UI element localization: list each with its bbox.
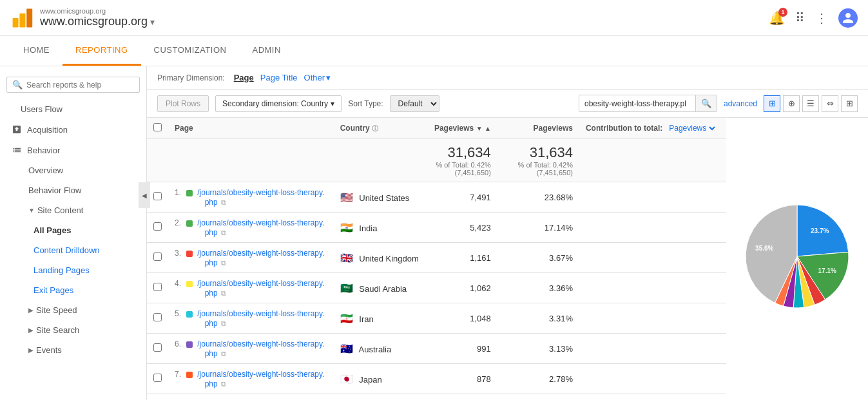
country-name: Australia — [359, 345, 392, 354]
table-row: 3. /journals/obesity-weight-loss-therapy… — [147, 243, 726, 273]
page-link[interactable]: /journals/obesity-weight-loss-therapy. p… — [175, 218, 324, 237]
advanced-link[interactable]: advanced — [724, 99, 757, 108]
page-ext-icon[interactable]: ⧉ — [221, 380, 226, 388]
table-header-row: Page Country ⓘ Pageviews ▼ ▲ — [147, 118, 726, 139]
summary-total2: 31,634 — [517, 144, 573, 161]
row-page-cell: 2. /journals/obesity-weight-loss-therapy… — [168, 213, 334, 243]
plot-rows-button[interactable]: Plot Rows — [157, 95, 209, 112]
dim-page[interactable]: Page — [234, 73, 254, 82]
summary-sub2: % of Total: 0.42%(7,451,650) — [517, 161, 573, 176]
search-filter-input[interactable] — [579, 96, 695, 111]
acquisition-label: Acquisition — [27, 125, 68, 135]
tab-admin[interactable]: ADMIN — [239, 36, 293, 66]
page-ext-icon[interactable]: ⧉ — [221, 198, 226, 206]
row-color-dot — [186, 251, 193, 257]
row-pct: 3.13% — [510, 334, 579, 364]
sidebar-section-acquisition[interactable]: Acquisition — [0, 119, 146, 140]
sidebar-section-behavior[interactable]: Behavior — [0, 140, 146, 160]
page-link[interactable]: /journals/obesity-weight-loss-therapy. p… — [175, 370, 324, 388]
summary-row: 31,634 % of Total: 0.42%(7,451,650) 31,6… — [147, 139, 726, 182]
sidebar-item-users-flow[interactable]: Users Flow — [0, 99, 146, 119]
sidebar-item-content-drilldown[interactable]: Content Drilldown — [0, 240, 146, 260]
page-ext-icon[interactable]: ⧉ — [221, 289, 226, 297]
summary-page-cell — [168, 139, 334, 182]
view-compare-button[interactable]: ⇔ — [822, 95, 838, 112]
view-list-button[interactable]: ☰ — [802, 95, 819, 112]
row-checkbox[interactable] — [153, 252, 162, 261]
row-color-dot — [186, 341, 193, 348]
tab-reporting[interactable]: REPORTING — [63, 36, 141, 66]
view-pivot-button[interactable]: ⊞ — [841, 95, 858, 112]
page-link[interactable]: /journals/obesity-weight-loss-therapy. p… — [175, 249, 324, 267]
view-add-button[interactable]: ⊕ — [783, 95, 800, 112]
sidebar-collapse-button[interactable]: ◀ — [139, 182, 150, 208]
sidebar-item-landing-pages[interactable]: Landing Pages — [0, 260, 146, 280]
search-input[interactable] — [26, 81, 134, 90]
row-pageviews: 1,062 — [427, 273, 497, 303]
svg-rect-0 — [13, 18, 19, 27]
row-checkbox[interactable] — [153, 374, 162, 382]
page-ext-icon[interactable]: ⧉ — [221, 259, 226, 267]
header-pageviews2: Pageviews — [510, 118, 579, 139]
sidebar-item-events[interactable]: ▶ Events — [0, 340, 146, 360]
country-name: United States — [359, 193, 409, 203]
sidebar-item-all-pages[interactable]: All Pages — [0, 220, 146, 240]
secondary-dimension-button[interactable]: Secondary dimension: Country ▾ — [215, 95, 342, 112]
sort-up-icon: ▲ — [485, 125, 491, 132]
notification-button[interactable]: 🔔 1 — [769, 10, 785, 26]
row-checkbox-cell — [147, 334, 168, 364]
page-link[interactable]: /journals/obesity-weight-loss-therapy. p… — [175, 339, 324, 358]
row-page-cell: 4. /journals/obesity-weight-loss-therapy… — [168, 273, 334, 303]
select-all-checkbox[interactable] — [153, 123, 162, 131]
more-dots-icon[interactable]: ⋮ — [815, 10, 828, 26]
row-checkbox[interactable] — [153, 313, 162, 321]
page-link[interactable]: /journals/obesity-weight-loss-therapy. p… — [175, 309, 324, 328]
sidebar-item-exit-pages[interactable]: Exit Pages — [0, 280, 146, 300]
svg-rect-2 — [26, 8, 32, 27]
summary-checkbox-cell — [147, 139, 168, 182]
sidebar-item-site-search[interactable]: ▶ Site Search — [0, 320, 146, 340]
behavior-icon — [10, 144, 23, 157]
row-checkbox[interactable] — [153, 222, 162, 231]
dim-page-title[interactable]: Page Title — [260, 73, 298, 82]
table-row: 2. /journals/obesity-weight-loss-therapy… — [147, 213, 726, 243]
tab-customization[interactable]: CUSTOMIZATION — [141, 36, 240, 66]
sort-type-select[interactable]: Default — [390, 95, 439, 112]
search-filter-button[interactable]: 🔍 — [695, 95, 717, 111]
row-pageviews: 7,491 — [427, 182, 497, 213]
table-row: 4. /journals/obesity-weight-loss-therapy… — [147, 273, 726, 303]
search-box[interactable]: 🔍 — [6, 77, 140, 93]
row-number: 2. — [175, 218, 181, 227]
sidebar-item-site-content[interactable]: ▼ Site Content — [0, 200, 146, 220]
sidebar-item-overview[interactable]: Overview — [0, 160, 146, 180]
row-checkbox[interactable] — [153, 283, 162, 291]
header-pageviews-sort[interactable]: Pageviews ▼ ▲ — [427, 118, 497, 139]
page-link[interactable]: /journals/obesity-weight-loss-therapy. p… — [175, 188, 324, 207]
country-name: United Kingdom — [359, 254, 419, 263]
summary-sub: % of Total: 0.42%(7,451,650) — [433, 161, 491, 176]
svg-text:35.6%: 35.6% — [755, 245, 773, 252]
tab-home[interactable]: HOME — [10, 36, 63, 66]
page-ext-icon[interactable]: ⧉ — [221, 229, 226, 236]
user-avatar[interactable] — [838, 8, 858, 28]
apps-grid-icon[interactable]: ⠿ — [795, 10, 805, 26]
ga-logo — [10, 6, 34, 30]
site-name-block: www.omicsgroup.org www.omicsgroup.org ▾ — [40, 7, 155, 28]
sidebar-item-behavior-flow[interactable]: Behavior Flow — [0, 180, 146, 200]
row-checkbox[interactable] — [153, 343, 162, 352]
page-ext-icon[interactable]: ⧉ — [221, 319, 226, 327]
dim-other[interactable]: Other ▾ — [304, 73, 331, 82]
page-link[interactable]: /journals/obesity-weight-loss-therapy. p… — [175, 279, 324, 298]
page-ext-icon[interactable]: ⧉ — [221, 350, 226, 357]
contribution-select[interactable]: Pageviews — [666, 123, 717, 133]
country-name: Saudi Arabia — [359, 284, 407, 294]
sidebar-item-site-speed[interactable]: ▶ Site Speed — [0, 300, 146, 320]
country-flag: 🇸🇦 — [340, 283, 353, 294]
view-grid-button[interactable]: ⊞ — [764, 95, 780, 112]
row-country-cell: 🇺🇸 United States — [334, 182, 427, 213]
summary-chart-cell — [579, 139, 726, 182]
pie-chart-container: 23.7%17.1%35.6% — [726, 118, 868, 394]
row-checkbox[interactable] — [153, 192, 162, 200]
site-chevron[interactable]: ▾ — [150, 17, 155, 27]
pie-chart: 23.7%17.1%35.6% — [733, 192, 862, 321]
